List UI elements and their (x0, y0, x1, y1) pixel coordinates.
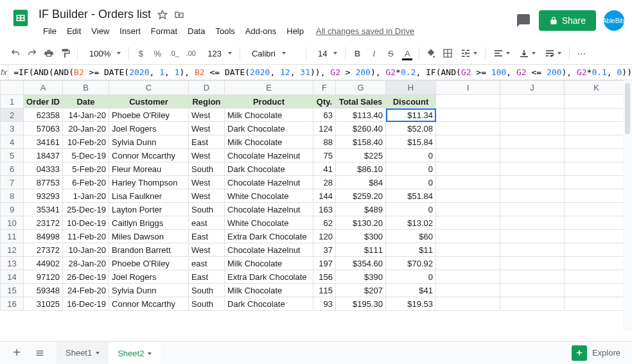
cell-H11[interactable]: $60 (386, 230, 436, 243)
vertical-align-button[interactable] (515, 48, 540, 58)
cell-B13[interactable]: 28-Jan-20 (63, 257, 109, 270)
cell-K6[interactable] (565, 162, 629, 176)
header-cell[interactable]: Discount (386, 95, 436, 108)
cell-F3[interactable]: 124 (313, 122, 336, 135)
cell-B7[interactable]: 6-Feb-20 (63, 176, 109, 189)
vertical-scrollbar[interactable] (623, 80, 632, 331)
cell-H8[interactable]: $51.84 (386, 189, 436, 203)
cell-I15[interactable] (436, 284, 500, 297)
cell-A10[interactable]: 23172 (24, 216, 63, 230)
cell-F11[interactable]: 120 (313, 230, 336, 243)
cell-B16[interactable]: 16-Dec-19 (63, 297, 109, 311)
cell-K9[interactable] (565, 203, 629, 216)
cell-A2[interactable]: 62358 (24, 108, 63, 122)
menu-format[interactable]: Format (146, 24, 182, 39)
cell-J10[interactable] (500, 216, 565, 230)
cell-K5[interactable] (565, 149, 629, 162)
cell-B12[interactable]: 10-Jan-20 (63, 243, 109, 257)
cell-G15[interactable]: $207 (336, 284, 386, 297)
fill-color-button[interactable] (423, 45, 439, 62)
cell-H4[interactable]: $15.84 (386, 135, 436, 149)
col-header-I[interactable]: I (436, 81, 500, 95)
header-cell[interactable]: Total Sales (336, 95, 386, 108)
cell-B15[interactable]: 24-Feb-20 (63, 284, 109, 297)
borders-button[interactable] (440, 45, 455, 62)
cell-A5[interactable]: 18437 (24, 149, 63, 162)
cell-F13[interactable]: 197 (313, 257, 336, 270)
cell-C6[interactable]: Fleur Moreau (109, 162, 189, 176)
cell-G16[interactable]: $195.30 (336, 297, 386, 311)
cell-D7[interactable]: West (189, 176, 225, 189)
cell-A9[interactable]: 35341 (24, 203, 63, 216)
more-toolbar-button[interactable]: ⋯ (574, 45, 589, 62)
row-header-8[interactable]: 8 (1, 189, 24, 203)
cell-B5[interactable]: 5-Dec-19 (63, 149, 109, 162)
percent-button[interactable]: % (150, 45, 165, 62)
row-header-14[interactable]: 14 (1, 270, 24, 284)
cell-J6[interactable] (500, 162, 565, 176)
menu-tools[interactable]: Tools (211, 24, 239, 39)
cell-I6[interactable] (436, 162, 500, 176)
cell-I9[interactable] (436, 203, 500, 216)
merge-cells-button[interactable] (457, 48, 481, 58)
cell-A15[interactable]: 59348 (24, 284, 63, 297)
row-header-1[interactable]: 1 (1, 95, 24, 108)
cell-F4[interactable]: 88 (313, 135, 336, 149)
cell-F10[interactable]: 62 (313, 216, 336, 230)
cell-K3[interactable] (565, 122, 629, 135)
row-header-9[interactable]: 9 (1, 203, 24, 216)
col-header-G[interactable]: G (336, 81, 386, 95)
menu-data[interactable]: Data (183, 24, 209, 39)
cell-G9[interactable]: $489 (336, 203, 386, 216)
cell-D12[interactable]: West (189, 243, 225, 257)
cell-G2[interactable]: $113.40 (336, 108, 386, 122)
cell-I10[interactable] (436, 216, 500, 230)
cell-B14[interactable]: 26-Dec-19 (63, 270, 109, 284)
cell-F15[interactable]: 115 (313, 284, 336, 297)
cell-E6[interactable]: Dark Chocolate (225, 162, 313, 176)
cell[interactable] (436, 95, 500, 108)
cell-B2[interactable]: 14-Jan-20 (63, 108, 109, 122)
cell-J15[interactable] (500, 284, 565, 297)
cell-A8[interactable]: 93293 (24, 189, 63, 203)
account-avatar[interactable]: AbleBits (604, 10, 624, 31)
cell[interactable] (500, 95, 565, 108)
cell-I7[interactable] (436, 176, 500, 189)
cell-E12[interactable]: Chocolate Hazelnut (225, 243, 313, 257)
header-cell[interactable]: Date (63, 95, 109, 108)
redo-button[interactable] (24, 45, 40, 62)
cell-D11[interactable]: East (189, 230, 225, 243)
cell-D5[interactable]: West (189, 149, 225, 162)
strikethrough-button[interactable]: S (383, 45, 398, 62)
sheet-tab-sheet1[interactable]: Sheet1 (57, 342, 109, 363)
cell-H16[interactable]: $19.53 (386, 297, 436, 311)
cell-I8[interactable] (436, 189, 500, 203)
horizontal-align-button[interactable] (489, 48, 514, 58)
cell-G3[interactable]: $260.40 (336, 122, 386, 135)
menu-insert[interactable]: Insert (115, 24, 145, 39)
increase-decimal-button[interactable]: .00 (183, 45, 198, 62)
currency-button[interactable]: $ (133, 45, 148, 62)
saved-status[interactable]: All changes saved in Drive (316, 26, 414, 36)
print-button[interactable] (41, 45, 57, 62)
cell-F2[interactable]: 63 (313, 108, 336, 122)
row-header-4[interactable]: 4 (1, 135, 24, 149)
cell-J2[interactable] (500, 108, 565, 122)
font-size-select[interactable]: 14 (310, 49, 341, 58)
col-header-E[interactable]: E (225, 81, 313, 95)
cell-K15[interactable] (565, 284, 629, 297)
cell-F12[interactable]: 37 (313, 243, 336, 257)
cell-K8[interactable] (565, 189, 629, 203)
document-title[interactable]: IF Builder - Orders list (39, 8, 151, 21)
cell-B10[interactable]: 10-Dec-19 (63, 216, 109, 230)
menu-file[interactable]: File (39, 24, 61, 39)
cell-J11[interactable] (500, 230, 565, 243)
cell-G8[interactable]: $259.20 (336, 189, 386, 203)
cell-B11[interactable]: 11-Feb-20 (63, 230, 109, 243)
cell-E3[interactable]: Dark Chocolate (225, 122, 313, 135)
cell-A14[interactable]: 97120 (24, 270, 63, 284)
cell-H14[interactable]: 0 (386, 270, 436, 284)
header-cell[interactable]: Region (189, 95, 225, 108)
cell-C4[interactable]: Sylvia Dunn (109, 135, 189, 149)
zoom-select[interactable]: 100% (82, 49, 125, 58)
